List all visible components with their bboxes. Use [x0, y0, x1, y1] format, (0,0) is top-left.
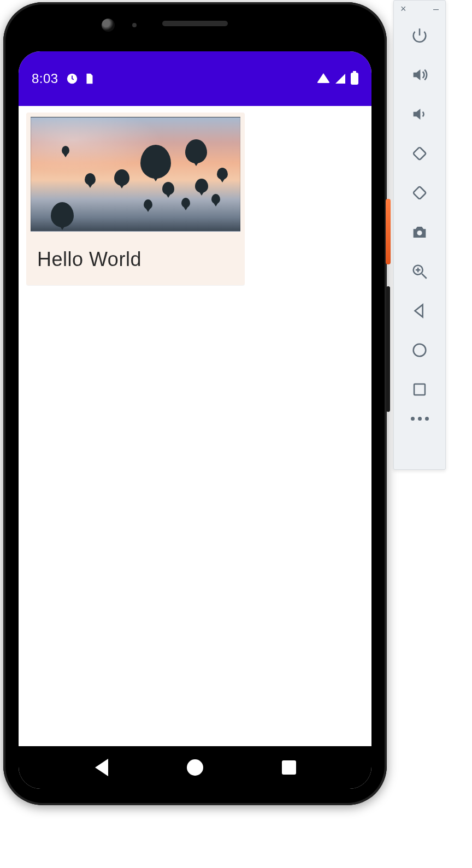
nav-recent-button[interactable]: [278, 757, 300, 778]
card-title: Hello World: [31, 232, 240, 274]
zoom-icon[interactable]: [404, 256, 435, 287]
home-icon[interactable]: [404, 335, 435, 365]
volume-down-icon[interactable]: [404, 99, 435, 129]
overview-icon[interactable]: [404, 374, 435, 405]
rotate-right-icon[interactable]: [404, 178, 435, 208]
power-icon[interactable]: [404, 20, 435, 51]
device-screen: 8:03: [19, 51, 371, 789]
status-bar-left-icons: [66, 73, 96, 85]
more-icon[interactable]: [411, 417, 429, 421]
signal-icon: [335, 74, 345, 84]
power-button-physical: [386, 199, 391, 264]
device-frame: 8:03: [3, 2, 387, 805]
sim-icon: [84, 73, 96, 85]
svg-rect-1: [413, 147, 426, 160]
svg-rect-2: [413, 186, 426, 199]
volume-up-icon[interactable]: [404, 60, 435, 90]
emulator-toolbar: × –: [393, 0, 446, 470]
back-icon[interactable]: [404, 296, 435, 326]
status-bar-clock: 8:03: [32, 71, 58, 86]
svg-rect-9: [414, 384, 425, 395]
nav-home-button[interactable]: [184, 757, 206, 778]
notification-icon: [66, 73, 78, 85]
window-close-button[interactable]: ×: [400, 4, 406, 14]
emulator-window-controls: × –: [394, 1, 445, 16]
home-circle-icon: [187, 759, 203, 776]
volume-rocker-physical: [386, 286, 390, 412]
svg-line-5: [422, 274, 427, 279]
earpiece: [162, 21, 228, 26]
svg-point-8: [414, 344, 426, 357]
status-bar: 8:03: [19, 51, 371, 106]
battery-icon: [351, 73, 358, 85]
navigation-bar: [19, 746, 371, 789]
svg-point-3: [417, 231, 422, 235]
recent-square-icon: [282, 760, 296, 775]
window-minimize-button[interactable]: –: [433, 4, 439, 14]
camera-icon[interactable]: [404, 217, 435, 247]
card[interactable]: Hello World: [26, 113, 245, 285]
device-bezel: 8:03: [13, 12, 377, 795]
card-image: [31, 117, 240, 232]
rotate-left-icon[interactable]: [404, 138, 435, 169]
back-triangle-icon: [95, 759, 108, 776]
app-content[interactable]: Hello World: [19, 106, 371, 746]
sensor-dot: [132, 23, 137, 27]
nav-back-button[interactable]: [91, 757, 113, 778]
front-camera: [102, 19, 115, 32]
wifi-icon: [317, 73, 330, 83]
status-bar-right-icons: [317, 73, 358, 85]
